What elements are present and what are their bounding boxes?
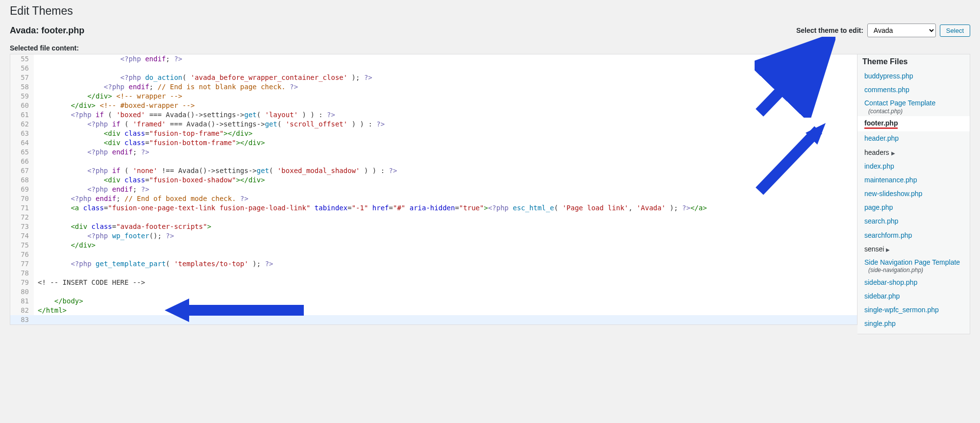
theme-files-title: Theme Files bbox=[858, 54, 970, 69]
file-item[interactable]: headers▶ bbox=[858, 146, 970, 159]
file-item[interactable]: maintenance.php bbox=[858, 173, 970, 187]
code-line[interactable]: 72 bbox=[10, 213, 857, 222]
file-item[interactable]: page.php bbox=[858, 200, 970, 214]
file-item[interactable]: index.php bbox=[858, 159, 970, 173]
file-item[interactable]: sidebar.php bbox=[858, 289, 970, 303]
code-line[interactable]: 59 </div> <!-- wrapper --> bbox=[10, 92, 857, 101]
file-item[interactable]: searchform.php bbox=[858, 228, 970, 242]
theme-file-list[interactable]: buddypress.phpcomments.phpContact Page T… bbox=[858, 69, 970, 334]
code-line[interactable]: 55 <?php endif; ?> bbox=[10, 54, 857, 64]
file-item[interactable]: Contact Page Template(contact.php) bbox=[858, 97, 970, 116]
code-line[interactable]: 75 </div> bbox=[10, 241, 857, 250]
file-item[interactable]: sliding_bar.php bbox=[858, 331, 970, 334]
code-line[interactable]: 80 bbox=[10, 287, 857, 297]
code-line[interactable]: 61 <?php if ( 'boxed' === Avada()->setti… bbox=[10, 110, 857, 120]
file-item[interactable]: sidebar-shop.php bbox=[858, 275, 970, 289]
file-item[interactable]: Side Navigation Page Template(side-navig… bbox=[858, 256, 970, 275]
code-line[interactable]: 65 <?php endif; ?> bbox=[10, 148, 857, 157]
current-file-heading: Avada: footer.php bbox=[10, 25, 84, 36]
file-item[interactable]: footer.php bbox=[858, 116, 970, 131]
file-item[interactable]: search.php bbox=[858, 214, 970, 228]
page-title: Edit Themes bbox=[10, 0, 970, 20]
code-line[interactable]: 70 <?php endif; // End of boxed mode che… bbox=[10, 194, 857, 203]
code-line[interactable]: 64 <div class="fusion-bottom-frame"></di… bbox=[10, 138, 857, 148]
code-line[interactable]: 83 bbox=[10, 315, 857, 324]
code-line[interactable]: 57 <?php do_action( 'avada_before_wrappe… bbox=[10, 73, 857, 82]
code-line[interactable]: 68 <div class="fusion-boxed-shadow"></di… bbox=[10, 175, 857, 185]
code-line[interactable]: 82</html> bbox=[10, 306, 857, 315]
code-line[interactable]: 71 <a class="fusion-one-page-text-link f… bbox=[10, 203, 857, 213]
code-line[interactable]: 74 <?php wp_footer(); ?> bbox=[10, 231, 857, 241]
chevron-right-icon: ▶ bbox=[886, 247, 890, 252]
code-line[interactable]: 77 <?php get_template_part( 'templates/t… bbox=[10, 259, 857, 269]
theme-files-panel: Theme Files buddypress.phpcomments.phpCo… bbox=[858, 54, 970, 334]
code-line[interactable]: 62 <?php if ( 'framed' === Avada()->sett… bbox=[10, 120, 857, 129]
file-item[interactable]: single-wpfc_sermon.php bbox=[858, 303, 970, 317]
file-item[interactable]: buddypress.php bbox=[858, 69, 970, 83]
code-line[interactable]: 67 <?php if ( 'none' !== Avada()->settin… bbox=[10, 166, 857, 175]
code-line[interactable]: 69 <?php endif; ?> bbox=[10, 185, 857, 194]
theme-select-label: Select theme to edit: bbox=[796, 26, 863, 34]
code-editor[interactable]: 55 <?php endif; ?>5657 <?php do_action( … bbox=[10, 54, 858, 325]
file-item[interactable]: comments.php bbox=[858, 83, 970, 97]
file-item[interactable]: single.php bbox=[858, 317, 970, 330]
code-line[interactable]: 73 <div class="avada-footer-scripts"> bbox=[10, 222, 857, 231]
code-line[interactable]: 66 bbox=[10, 157, 857, 166]
select-button[interactable]: Select bbox=[940, 25, 970, 37]
file-item[interactable]: new-slideshow.php bbox=[858, 187, 970, 200]
selected-file-content-label: Selected file content: bbox=[10, 44, 970, 52]
code-line[interactable]: 58 <?php endif; // End is not blank page… bbox=[10, 82, 857, 92]
file-item[interactable]: header.php bbox=[858, 131, 970, 145]
code-line[interactable]: 56 bbox=[10, 64, 857, 73]
code-line[interactable]: 78 bbox=[10, 269, 857, 278]
code-line[interactable]: 63 <div class="fusion-top-frame"></div> bbox=[10, 129, 857, 138]
file-item[interactable]: sensei▶ bbox=[858, 242, 970, 256]
theme-select[interactable]: Avada bbox=[867, 24, 936, 37]
chevron-right-icon: ▶ bbox=[891, 150, 895, 156]
code-line[interactable]: 76 bbox=[10, 250, 857, 259]
code-line[interactable]: 60 </div> <!-- #boxed-wrapper --> bbox=[10, 101, 857, 110]
code-line[interactable]: 79<! -- INSERT CODE HERE --> bbox=[10, 278, 857, 287]
code-line[interactable]: 81 </body> bbox=[10, 297, 857, 306]
